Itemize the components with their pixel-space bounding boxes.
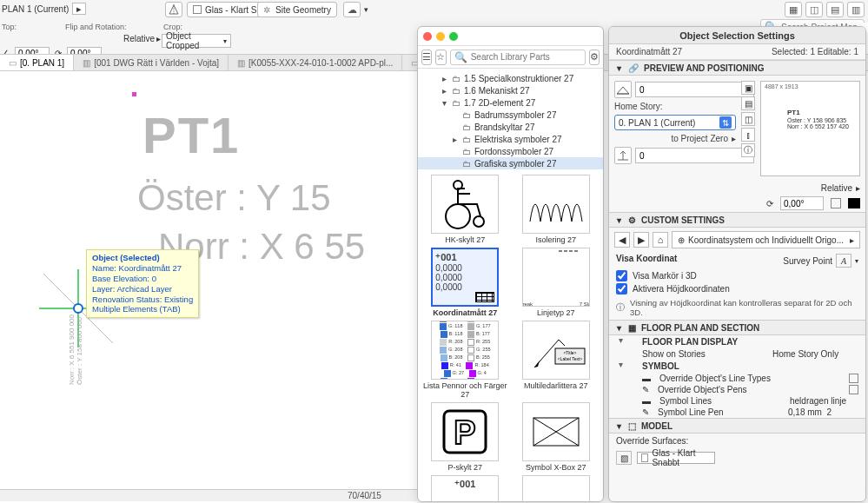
- plan-chevron[interactable]: ▸: [72, 3, 86, 15]
- site-geometry-chip[interactable]: ✲ Site Geometry: [257, 2, 337, 17]
- chevron-right-icon[interactable]: ▸: [156, 34, 161, 43]
- cloud-sync-icon[interactable]: ☁: [343, 2, 361, 17]
- survey-point-select[interactable]: A: [836, 254, 851, 268]
- layout-tool-4-icon[interactable]: ▥: [847, 2, 865, 17]
- selection-handle[interactable]: [132, 92, 136, 96]
- svg-text:<Title>: <Title>: [563, 350, 576, 355]
- layout-tool-3-icon[interactable]: ▤: [826, 2, 844, 17]
- setting-override-line-types[interactable]: ▬Override Object's Line Types: [609, 373, 865, 384]
- disclosure-triangle-icon[interactable]: ▾: [614, 323, 623, 333]
- library-item[interactable]: Symbol X-Box 27: [513, 402, 600, 472]
- section-model[interactable]: ▾ ⬚ MODEL: [609, 418, 865, 434]
- layout-tool-2-icon[interactable]: ◫: [805, 2, 823, 17]
- section-floor-plan[interactable]: ▾ ▦ FLOOR PLAN AND SECTION: [609, 320, 865, 335]
- library-item[interactable]: <Title><Label Text> Multiledarlittera 27: [513, 321, 600, 399]
- preview-mode-info-icon[interactable]: ⓘ: [741, 143, 755, 157]
- mirror-toggle-icon[interactable]: [848, 198, 860, 208]
- library-item[interactable]: 1 SolidLine2 Dotted 6 Break7 Slash 11 Ci…: [513, 248, 600, 317]
- canvas-text-pt1: PT1: [142, 106, 240, 164]
- preview-mode-front-icon[interactable]: ◫: [741, 112, 755, 126]
- crop-select[interactable]: Object Cropped ▾: [162, 34, 231, 48]
- custom-settings-dropdown[interactable]: ⊕Koordinatsystem och Individuellt Origo.…: [672, 231, 860, 248]
- tree-item[interactable]: ▸🗀Elektriska symboler 27: [418, 133, 603, 145]
- library-item[interactable]: Isolering 27: [513, 175, 600, 244]
- home-story-select[interactable]: 0. PLAN 1 (Current) ⇅: [614, 115, 736, 130]
- panel-object-name: Koordinatmått 27: [616, 47, 682, 56]
- worksheet-tab-icon: ▥: [83, 58, 90, 68]
- tab-dwg[interactable]: ▥[001 DWG Rätt i Världen - Vojta]: [74, 55, 229, 70]
- zoom-window-icon[interactable]: [449, 32, 458, 41]
- minimize-window-icon[interactable]: [436, 32, 445, 41]
- selection-tooltip: Object (Selected) Name: Koordinatmått 27…: [86, 249, 199, 318]
- preview-side-tools: ▣ ▤ ◫ ⫿ ⓘ: [741, 81, 755, 176]
- close-window-icon[interactable]: [423, 32, 432, 41]
- next-page-button[interactable]: ▶: [633, 232, 649, 248]
- tree-item[interactable]: 🗀Badrumssymboler 27: [418, 109, 603, 121]
- library-item-selected[interactable]: ⁺001 0,00000,00000,0000 Koordinatmått 27: [421, 248, 509, 317]
- disclosure-triangle-icon[interactable]: ▾: [614, 63, 623, 73]
- worksheet-tab-icon: ▥: [237, 58, 245, 68]
- chevron-right-icon[interactable]: ▸: [856, 183, 860, 193]
- chevron-down-icon[interactable]: ▾: [855, 257, 858, 265]
- crop-label: Crop:: [163, 23, 182, 31]
- prev-page-button[interactable]: ◀: [614, 232, 630, 248]
- tab-plan1[interactable]: ▭[0. PLAN 1]: [0, 55, 74, 70]
- preview-mode-plan-icon[interactable]: ▤: [741, 96, 755, 110]
- surface-swatch-select[interactable]: Glas - Klart Snabbt: [637, 452, 715, 464]
- library-tree[interactable]: ▸🗀1.5 Specialkonstruktioner 27 ▸🗀1.6 Mek…: [418, 69, 603, 171]
- library-item[interactable]: R: 114 R: 177 G: 118 G: 177 B: 118 B: 17…: [421, 321, 509, 399]
- height-input[interactable]: [635, 148, 754, 163]
- elevation-input[interactable]: [635, 82, 754, 97]
- tree-item-selected[interactable]: 🗀Grafiska symboler 27: [418, 157, 603, 169]
- thumb-pskylt: P: [431, 402, 499, 461]
- section-preview-positioning[interactable]: ▾ 🔗 PREVIEW AND POSITIONING: [609, 60, 865, 76]
- preview-mode-3d-icon[interactable]: ▣: [741, 81, 755, 95]
- library-search-input[interactable]: [471, 52, 581, 62]
- disclosure-triangle-icon[interactable]: ▾: [616, 360, 625, 369]
- thumb-caption: Multiledarlittera 27: [524, 381, 588, 390]
- section-custom-settings[interactable]: ▾ ⚙ CUSTOM SETTINGS: [609, 212, 865, 228]
- layout-tool-1-icon[interactable]: ▦: [785, 2, 802, 17]
- checkbox[interactable]: [849, 374, 858, 383]
- setting-symbol-line-pen[interactable]: ✎Symbol Line Pen0,18 mm 2: [609, 407, 865, 418]
- favorite-star-icon[interactable]: ☆: [435, 50, 446, 65]
- preview-mode-side-icon[interactable]: ⫿: [741, 128, 755, 142]
- library-item[interactable]: HK-skylt 27: [421, 175, 509, 244]
- status-coord: 70/40/15: [348, 491, 381, 500]
- setting-symbol-lines[interactable]: ▬Symbol Linesheldragen linje: [609, 395, 865, 407]
- chevron-down-icon[interactable]: ▾: [364, 5, 368, 14]
- tree-item[interactable]: ▸🗀1.6 Mekaniskt 27: [418, 84, 603, 96]
- tree-item[interactable]: 🗀Fordonssymboler 27: [418, 145, 603, 157]
- rotation-input[interactable]: [780, 196, 824, 210]
- chk-visa-markor[interactable]: Visa Markör i 3D: [609, 269, 865, 282]
- library-item[interactable]: P P-skylt 27: [421, 402, 509, 472]
- disclosure-triangle-icon[interactable]: ▾: [616, 335, 625, 345]
- library-item[interactable]: ⁺001: [421, 475, 509, 502]
- line-icon: ▬: [642, 374, 651, 383]
- tree-item[interactable]: ▸🗀1.5 Specialkonstruktioner 27: [418, 72, 603, 84]
- preview-dimensions: 4887 x 1913: [765, 83, 798, 90]
- relative-label: Relative: [123, 34, 155, 43]
- pen-icon: ✎: [642, 407, 649, 417]
- tree-item[interactable]: ▾🗀1.7 2D-element 27: [418, 96, 603, 109]
- disclosure-triangle-icon[interactable]: ▾: [614, 421, 623, 431]
- tab-k0055[interactable]: ▥[K0055-XXX-24-010-1-0002 APD-pl...: [229, 55, 402, 70]
- canvas-vertical-text: Norr : X 6 551 900 000Öster : Y 158 800 …: [68, 314, 83, 385]
- home-page-icon[interactable]: ⌂: [653, 232, 668, 248]
- drawing-canvas[interactable]: PT1 Öster : Y 15 Norr : X 6 55 Norr : X …: [0, 71, 417, 503]
- window-traffic-lights[interactable]: [423, 32, 458, 41]
- disclosure-triangle-icon[interactable]: ▾: [614, 215, 623, 225]
- setting-override-pens[interactable]: ✎Override Object's Pens: [609, 384, 865, 395]
- library-settings-gear-icon[interactable]: ⚙: [589, 50, 600, 65]
- lock-checkbox[interactable]: [831, 198, 841, 208]
- setting-show-on-stories[interactable]: Show on StoriesHome Story Only: [609, 348, 865, 360]
- flip-mirror-tool-icon[interactable]: [165, 2, 182, 17]
- library-view-toggle-icon[interactable]: ☰: [421, 50, 432, 65]
- checkbox[interactable]: [849, 385, 858, 394]
- surface-paint-icon[interactable]: ▧: [616, 451, 632, 465]
- library-item[interactable]: 70/40/15: [513, 475, 600, 502]
- tree-item[interactable]: 🗀Brandskyltar 27: [418, 121, 603, 133]
- chk-aktivera-hojd[interactable]: Aktivera Höjdkoordinaten: [609, 282, 865, 295]
- chevron-right-icon[interactable]: ▸: [732, 134, 736, 143]
- thumb-caption: Linjetyp 27: [537, 308, 575, 317]
